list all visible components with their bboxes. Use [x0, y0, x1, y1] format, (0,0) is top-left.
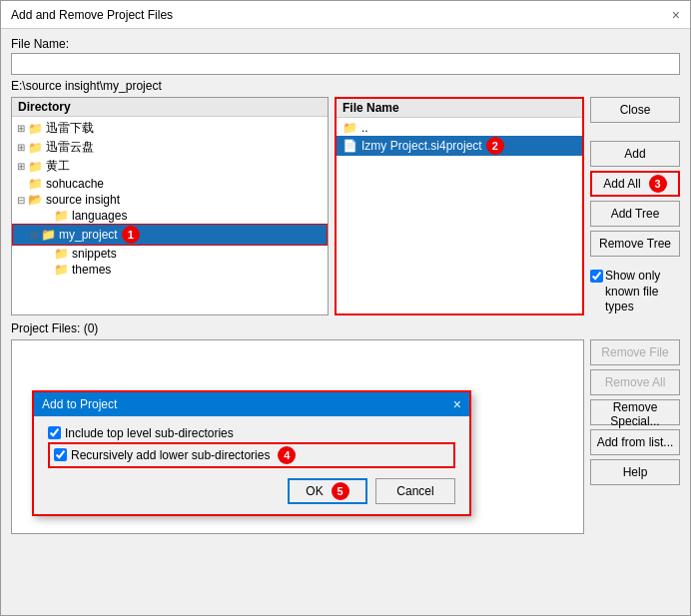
add-to-project-dialog: Add to Project × Include top level sub-d… — [32, 390, 471, 516]
sub-dialog-cancel-button[interactable]: Cancel — [375, 478, 455, 504]
directory-panel: Directory ⊞ 📁 迅雷下载 ⊞ 📁 迅雷云盘 ⊞ 📁 — [11, 97, 329, 315]
folder-icon-sohucache: 📁 — [28, 177, 43, 191]
remove-all-button[interactable]: Remove All — [590, 369, 680, 395]
directory-panel-header: Directory — [12, 98, 328, 117]
folder-icon-yunpan: 📁 — [28, 141, 43, 155]
title-close-button[interactable]: × — [672, 8, 680, 22]
sub-dialog-ok-button[interactable]: OK 5 — [288, 478, 367, 504]
recursively-label: Recursively add lower sub-directories — [71, 448, 270, 462]
file-panel: File Name 📁 .. 📄 Izmy Project.si4project… — [335, 97, 584, 315]
dialog-content: File Name: E:\source insight\my_project … — [1, 29, 690, 615]
project-files-row: Project Files: (0) — [11, 321, 680, 335]
badge-2: 2 — [486, 137, 504, 155]
folder-icon-my-project: 📁 — [41, 228, 56, 242]
tree-item-xunlei[interactable]: ⊞ 📁 迅雷下载 — [12, 119, 328, 138]
tree-item-sohucache[interactable]: ⊞ 📁 sohucache — [12, 176, 328, 192]
main-dialog: Add and Remove Project Files × File Name… — [0, 0, 691, 616]
project-files-list: Add to Project × Include top level sub-d… — [11, 339, 584, 534]
main-button-panel: Close Add Add All 3 Add Tree Remove Tree… — [590, 97, 680, 315]
tree-label-xunlei: 迅雷下载 — [46, 120, 94, 137]
sub-dialog-title-bar: Add to Project × — [34, 392, 469, 416]
file-item-dotdot[interactable]: 📁 .. — [337, 120, 582, 136]
recursively-row: Recursively add lower sub-directories 4 — [48, 442, 455, 468]
tree-item-snippets[interactable]: ⊞ 📁 snippets — [12, 246, 328, 262]
tree-item-languages[interactable]: ⊞ 📁 languages — [12, 208, 328, 224]
include-top-checkbox[interactable] — [48, 426, 61, 439]
sub-dialog-buttons: OK 5 Cancel — [48, 478, 455, 504]
badge-3: 3 — [649, 175, 667, 193]
toggle-yunpan: ⊞ — [14, 142, 28, 153]
tree-item-huanggong[interactable]: ⊞ 📁 黄工 — [12, 157, 328, 176]
badge-1: 1 — [122, 226, 140, 244]
folder-icon-dotdot: 📁 — [343, 121, 357, 135]
remove-tree-button[interactable]: Remove Tree — [590, 231, 680, 257]
toggle-huanggong: ⊞ — [14, 161, 28, 172]
add-all-label: Add All — [603, 177, 640, 191]
recursively-checkbox[interactable] — [54, 448, 67, 461]
file-name-label: File Name: — [11, 37, 680, 51]
folder-icon-xunlei: 📁 — [28, 122, 43, 136]
add-tree-button[interactable]: Add Tree — [590, 201, 680, 227]
tree-label-snippets: snippets — [72, 247, 117, 261]
toggle-xunlei: ⊞ — [14, 123, 28, 134]
add-button[interactable]: Add — [590, 141, 680, 167]
sub-dialog-close-button[interactable]: × — [453, 396, 461, 412]
tree-label-sourceinsight: source insight — [46, 193, 120, 207]
toggle-sourceinsight: ⊟ — [14, 195, 28, 206]
tree-label-sohucache: sohucache — [46, 177, 104, 191]
tree-item-yunpan[interactable]: ⊞ 📁 迅雷云盘 — [12, 138, 328, 157]
file-panel-header: File Name — [337, 99, 582, 118]
tree-item-sourceinsight[interactable]: ⊟ 📂 source insight — [12, 192, 328, 208]
close-button[interactable]: Close — [590, 97, 680, 123]
folder-icon-snippets: 📁 — [54, 247, 69, 261]
tree-label-my-project: my_project — [59, 228, 118, 242]
project-files-label: Project Files: (0) — [11, 321, 98, 335]
tree-item-themes[interactable]: ⊞ 📁 themes — [12, 262, 328, 278]
add-all-button[interactable]: Add All 3 — [590, 171, 680, 197]
ok-label: OK — [306, 484, 323, 498]
show-known-label: Show only known file types — [605, 269, 680, 315]
file-list-area: 📁 .. 📄 Izmy Project.si4project 2 — [337, 118, 582, 313]
folder-icon-huanggong: 📁 — [28, 160, 43, 174]
folder-icon-languages: 📁 — [54, 209, 69, 223]
tree-item-my-project[interactable]: ⊞ 📁 my_project 1 — [12, 224, 328, 246]
file-item-siproject[interactable]: 📄 Izmy Project.si4project 2 — [337, 136, 582, 156]
folder-icon-sourceinsight: 📂 — [28, 193, 43, 207]
tree-label-themes: themes — [72, 263, 111, 277]
toggle-my-project: ⊞ — [27, 230, 41, 241]
folder-icon-themes: 📁 — [54, 263, 69, 277]
tree-area: ⊞ 📁 迅雷下载 ⊞ 📁 迅雷云盘 ⊞ 📁 黄工 — [12, 117, 328, 314]
show-known-row: Show only known file types — [590, 269, 680, 315]
right-buttons-panel: Remove File Remove All Remove Special...… — [590, 339, 680, 534]
sub-dialog-content: Include top level sub-directories Recurs… — [34, 416, 469, 514]
remove-file-button[interactable]: Remove File — [590, 339, 680, 365]
tree-label-huanggong: 黄工 — [46, 158, 70, 175]
badge-5: 5 — [332, 482, 349, 500]
help-button[interactable]: Help — [590, 459, 680, 485]
show-known-checkbox[interactable] — [590, 270, 603, 283]
file-icon-siproject: 📄 — [343, 139, 357, 153]
include-top-row: Include top level sub-directories — [48, 426, 455, 440]
file-name-input[interactable] — [11, 53, 680, 75]
file-label-siproject: Izmy Project.si4project — [361, 139, 482, 153]
dialog-title: Add and Remove Project Files — [11, 8, 173, 22]
tree-label-languages: languages — [72, 209, 127, 223]
file-name-row: File Name: — [11, 37, 680, 75]
sub-dialog-title-text: Add to Project — [42, 397, 117, 411]
tree-label-yunpan: 迅雷云盘 — [46, 139, 94, 156]
path-label: E:\source insight\my_project — [11, 79, 680, 93]
badge-4: 4 — [278, 446, 296, 464]
file-label-dotdot: .. — [361, 121, 368, 135]
add-from-list-button[interactable]: Add from list... — [590, 429, 680, 455]
include-top-label: Include top level sub-directories — [65, 426, 234, 440]
remove-special-button[interactable]: Remove Special... — [590, 399, 680, 425]
title-bar: Add and Remove Project Files × — [1, 1, 690, 29]
